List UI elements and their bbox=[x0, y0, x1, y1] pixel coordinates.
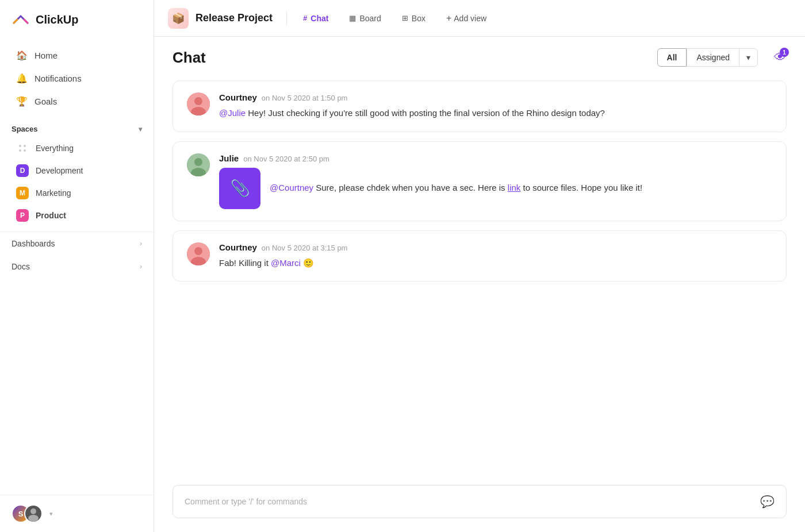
attachment-row: 📎 @Courtney Sure, please chdek when you … bbox=[219, 168, 772, 209]
comment-input-area[interactable]: Comment or type '/' for commands 💬 bbox=[172, 485, 787, 518]
spaces-chevron-icon: ▾ bbox=[139, 125, 142, 133]
message-card: Julie on Nov 5 2020 at 2:50 pm 📎 @Courtn… bbox=[172, 141, 787, 221]
spaces-label: Spaces bbox=[12, 125, 38, 133]
spaces-list: Everything D Development M Marketing P P… bbox=[0, 137, 154, 227]
topbar: 📦 Release Project # Chat ▦ Board ⊞ Box +… bbox=[154, 0, 805, 37]
mention-courtney: @Courtney bbox=[270, 183, 313, 192]
board-icon: ▦ bbox=[349, 14, 356, 22]
filter-assigned-button[interactable]: Assigned bbox=[687, 48, 739, 67]
comment-placeholder: Comment or type '/' for commands bbox=[185, 497, 307, 506]
filter-dropdown[interactable]: ▾ bbox=[739, 48, 758, 67]
tab-chat-label: Chat bbox=[310, 14, 328, 23]
message-body-0: Hey! Just checking if you're still good … bbox=[246, 108, 605, 118]
mention-julie: @Julie bbox=[219, 108, 246, 118]
sidebar-item-everything-label: Everything bbox=[36, 144, 74, 153]
attachment-thumbnail: 📎 bbox=[219, 168, 260, 209]
message-card: Courtney on Nov 5 2020 at 3:15 pm Fab! K… bbox=[172, 230, 787, 282]
svg-point-5 bbox=[28, 515, 39, 522]
sidebar-item-everything[interactable]: Everything bbox=[5, 137, 149, 159]
sidebar: ClickUp 🏠 Home 🔔 Notifications 🏆 Goals S… bbox=[0, 0, 154, 532]
logo: ClickUp bbox=[0, 0, 154, 39]
sidebar-item-dashboards[interactable]: Dashboards › bbox=[0, 232, 154, 255]
chat-filters: All Assigned ▾ bbox=[657, 48, 758, 67]
sidebar-item-product-label: Product bbox=[36, 211, 66, 220]
user-avatars[interactable]: S bbox=[12, 504, 43, 523]
message-time: on Nov 5 2020 at 2:50 pm bbox=[243, 155, 329, 163]
message-header: Julie on Nov 5 2020 at 2:50 pm bbox=[219, 153, 772, 163]
comment-bubble-icon: 💬 bbox=[760, 495, 775, 508]
message-content: Courtney on Nov 5 2020 at 1:50 pm @Julie… bbox=[219, 92, 772, 120]
sidebar-item-goals[interactable]: 🏆 Goals bbox=[5, 90, 149, 113]
emoji-3: 🙂 bbox=[303, 258, 314, 268]
sidebar-nav: 🏠 Home 🔔 Notifications 🏆 Goals bbox=[0, 39, 154, 118]
project-title: Release Project bbox=[195, 12, 273, 24]
chat-container: Chat All Assigned ▾ 👁 1 bbox=[154, 37, 805, 532]
tab-box[interactable]: ⊞ Box bbox=[395, 10, 432, 26]
message-text: Fab! Killing it @Marci 🙂 bbox=[219, 257, 772, 270]
pre-text-3: Fab! Killing it bbox=[219, 258, 271, 268]
docs-label: Docs bbox=[12, 262, 30, 271]
dashboards-chevron-icon: › bbox=[140, 240, 142, 248]
spaces-header[interactable]: Spaces ▾ bbox=[0, 118, 154, 137]
message-author: Julie bbox=[219, 153, 239, 163]
logo-text: ClickUp bbox=[36, 13, 78, 26]
box-icon: ⊞ bbox=[402, 14, 408, 22]
julie-avatar bbox=[187, 153, 210, 176]
add-view-label: Add view bbox=[454, 14, 486, 23]
message-header: Courtney on Nov 5 2020 at 1:50 pm bbox=[219, 92, 772, 102]
sidebar-item-notifications-label: Notifications bbox=[34, 74, 82, 83]
message-time: on Nov 5 2020 at 3:15 pm bbox=[262, 244, 348, 252]
topbar-divider bbox=[286, 11, 287, 25]
svg-point-13 bbox=[194, 247, 202, 255]
tab-chat[interactable]: # Chat bbox=[296, 10, 335, 26]
development-badge: D bbox=[16, 164, 29, 177]
courtney-avatar-2 bbox=[187, 242, 210, 265]
svg-point-7 bbox=[194, 97, 202, 105]
filter-all-button[interactable]: All bbox=[657, 48, 687, 67]
message-header: Courtney on Nov 5 2020 at 3:15 pm bbox=[219, 242, 772, 252]
sidebar-item-home[interactable]: 🏠 Home bbox=[5, 44, 149, 67]
clickup-logo-icon bbox=[12, 10, 30, 29]
chevron-down-icon: ▾ bbox=[746, 53, 750, 62]
add-icon: + bbox=[446, 13, 451, 24]
sidebar-item-home-label: Home bbox=[34, 51, 57, 60]
dashboards-label: Dashboards bbox=[12, 239, 55, 248]
sidebar-item-development[interactable]: D Development bbox=[5, 160, 149, 182]
svg-point-1 bbox=[24, 145, 26, 147]
sidebar-sections: Dashboards › Docs › bbox=[0, 232, 154, 278]
messages-area: Courtney on Nov 5 2020 at 1:50 pm @Julie… bbox=[154, 76, 805, 478]
message-author: Courtney bbox=[219, 242, 257, 252]
sidebar-item-docs[interactable]: Docs › bbox=[0, 255, 154, 278]
tab-box-label: Box bbox=[412, 14, 425, 23]
project-icon: 📦 bbox=[168, 8, 189, 29]
sidebar-item-notifications[interactable]: 🔔 Notifications bbox=[5, 67, 149, 90]
svg-point-2 bbox=[19, 149, 21, 152]
message-content: Julie on Nov 5 2020 at 2:50 pm 📎 @Courtn… bbox=[219, 153, 772, 209]
pre-text: Sure, please chdek when you have a sec. … bbox=[313, 183, 508, 192]
post-text: to source files. Hope you like it! bbox=[520, 183, 642, 192]
attachment-text: @Courtney Sure, please chdek when you ha… bbox=[270, 182, 642, 195]
message-content: Courtney on Nov 5 2020 at 3:15 pm Fab! K… bbox=[219, 242, 772, 270]
sidebar-item-marketing-label: Marketing bbox=[36, 188, 71, 198]
attachment-link[interactable]: link bbox=[508, 183, 521, 192]
message-time: on Nov 5 2020 at 1:50 pm bbox=[262, 94, 348, 102]
sidebar-item-marketing[interactable]: M Marketing bbox=[5, 182, 149, 204]
hash-icon: # bbox=[303, 14, 307, 22]
home-icon: 🏠 bbox=[16, 50, 28, 61]
chat-header: Chat All Assigned ▾ 👁 1 bbox=[154, 37, 805, 76]
bell-icon: 🔔 bbox=[16, 73, 28, 84]
watch-button[interactable]: 👁 1 bbox=[774, 50, 787, 65]
trophy-icon: 🏆 bbox=[16, 96, 28, 107]
message-card: Courtney on Nov 5 2020 at 1:50 pm @Julie… bbox=[172, 80, 787, 132]
marketing-badge: M bbox=[16, 187, 29, 199]
tab-board[interactable]: ▦ Board bbox=[342, 10, 388, 26]
avatar-m bbox=[24, 504, 43, 523]
watch-badge: 1 bbox=[780, 48, 789, 57]
user-caret-icon[interactable]: ▾ bbox=[49, 510, 53, 518]
sidebar-item-product[interactable]: P Product bbox=[5, 205, 149, 226]
product-badge: P bbox=[16, 209, 29, 222]
message-author: Courtney bbox=[219, 92, 257, 102]
message-text: @Julie Hey! Just checking if you're stil… bbox=[219, 107, 772, 120]
courtney-avatar bbox=[187, 92, 210, 115]
add-view-button[interactable]: + Add view bbox=[439, 10, 493, 27]
